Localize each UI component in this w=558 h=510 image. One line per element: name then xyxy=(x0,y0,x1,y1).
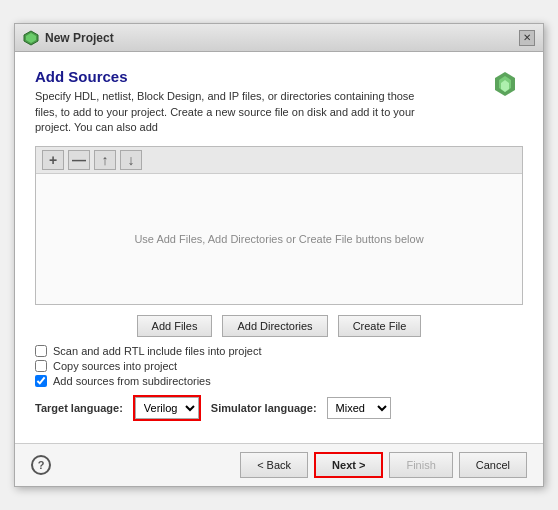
cancel-button[interactable]: Cancel xyxy=(459,452,527,478)
move-down-btn[interactable]: ↓ xyxy=(120,150,142,170)
footer-buttons: < Back Next > Finish Cancel xyxy=(240,452,527,478)
scan-rtl-checkbox[interactable] xyxy=(35,345,47,357)
back-button[interactable]: < Back xyxy=(240,452,308,478)
new-project-window: New Project ✕ Add Sources Specify HDL, n… xyxy=(14,23,544,486)
file-list-placeholder: Use Add Files, Add Directories or Create… xyxy=(134,233,423,245)
target-language-select[interactable]: Verilog VHDL xyxy=(135,397,199,419)
add-directories-button[interactable]: Add Directories xyxy=(222,315,327,337)
remove-file-btn[interactable]: — xyxy=(68,150,90,170)
action-buttons: Add Files Add Directories Create File xyxy=(35,315,523,337)
title-bar: New Project ✕ xyxy=(15,24,543,52)
section-title: Add Sources xyxy=(35,68,415,85)
footer: ? < Back Next > Finish Cancel xyxy=(15,443,543,486)
file-toolbar: + — ↑ ↓ xyxy=(36,147,522,174)
target-language-select-wrap: Verilog VHDL xyxy=(133,395,201,421)
simulator-language-label: Simulator language: xyxy=(211,402,317,414)
section-text: Add Sources Specify HDL, netlist, Block … xyxy=(35,68,415,135)
scan-rtl-label: Scan and add RTL include files into proj… xyxy=(53,345,262,357)
next-button[interactable]: Next > xyxy=(314,452,383,478)
options-checkboxes: Scan and add RTL include files into proj… xyxy=(35,345,523,387)
window-title: New Project xyxy=(45,31,114,45)
file-list-area: Use Add Files, Add Directories or Create… xyxy=(36,174,522,304)
add-subdirs-row: Add sources from subdirectories xyxy=(35,375,523,387)
move-up-btn[interactable]: ↑ xyxy=(94,150,116,170)
add-file-icon-btn[interactable]: + xyxy=(42,150,64,170)
main-content: Add Sources Specify HDL, netlist, Block … xyxy=(15,52,543,442)
copy-sources-row: Copy sources into project xyxy=(35,360,523,372)
close-button[interactable]: ✕ xyxy=(519,30,535,46)
add-files-button[interactable]: Add Files xyxy=(137,315,213,337)
add-subdirs-label: Add sources from subdirectories xyxy=(53,375,211,387)
language-row: Target language: Verilog VHDL Simulator … xyxy=(35,395,523,421)
add-subdirs-checkbox[interactable] xyxy=(35,375,47,387)
title-bar-left: New Project xyxy=(23,30,114,46)
window-icon xyxy=(23,30,39,46)
help-button[interactable]: ? xyxy=(31,455,51,475)
create-file-button[interactable]: Create File xyxy=(338,315,422,337)
copy-sources-checkbox[interactable] xyxy=(35,360,47,372)
file-area: + — ↑ ↓ Use Add Files, Add Directories o… xyxy=(35,146,523,305)
scan-rtl-row: Scan and add RTL include files into proj… xyxy=(35,345,523,357)
target-language-label: Target language: xyxy=(35,402,123,414)
vivado-logo xyxy=(487,68,523,104)
simulator-language-select[interactable]: Mixed Verilog VHDL xyxy=(327,397,391,419)
finish-button[interactable]: Finish xyxy=(389,452,452,478)
section-description: Specify HDL, netlist, Block Design, and … xyxy=(35,89,415,135)
footer-left: ? xyxy=(31,455,51,475)
section-header: Add Sources Specify HDL, netlist, Block … xyxy=(35,68,523,135)
copy-sources-label: Copy sources into project xyxy=(53,360,177,372)
